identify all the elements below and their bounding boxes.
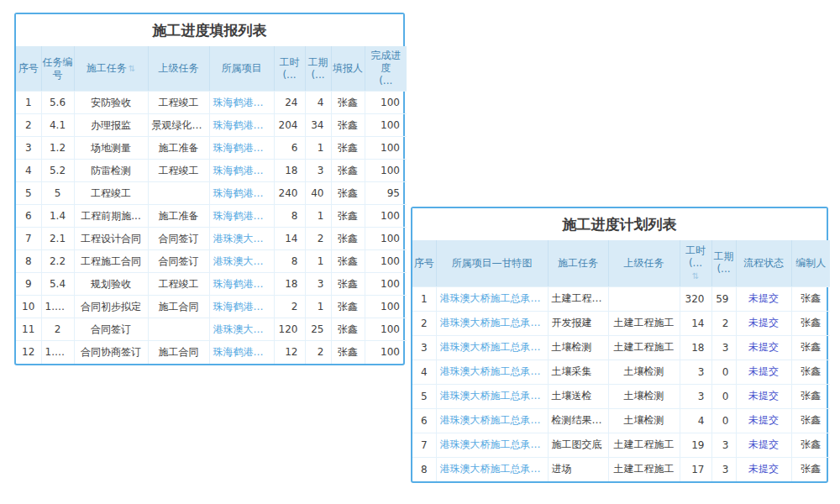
cell-index: 1 <box>16 92 41 114</box>
cell-project-link[interactable]: 港珠澳大桥施... <box>209 318 274 341</box>
cell-task: 进场 <box>548 457 608 481</box>
col-header-parent-task: 上级任务 <box>608 240 680 286</box>
cell-task: 合同初步拟定 <box>74 296 148 318</box>
cell-progress: 100 <box>365 296 407 318</box>
cell-parent-task <box>148 182 209 205</box>
cell-task: 土建工程施工 <box>548 286 608 311</box>
cell-flow-status[interactable]: 未提交 <box>736 286 791 311</box>
cell-author: 张鑫 <box>791 360 830 384</box>
cell-task-no: 2.1 <box>41 228 74 250</box>
cell-duration: 0 <box>711 408 736 433</box>
col-label: 序号 <box>18 62 39 74</box>
cell-project-link[interactable]: 港珠澳大桥施工总承包项目 <box>436 311 548 335</box>
col-header-author: 编制人 <box>791 240 830 286</box>
cell-parent-task <box>148 318 209 341</box>
cell-index: 3 <box>16 137 41 160</box>
cell-task: 土壤送检 <box>548 384 608 408</box>
cell-project-link[interactable]: 港珠澳大桥施工总承包项目 <box>436 457 548 481</box>
cell-flow-status[interactable]: 未提交 <box>736 457 791 481</box>
cell-parent-task: 合同签订 <box>148 228 209 250</box>
cell-project-link[interactable]: 港珠澳大桥施工总承包项目 <box>436 286 548 311</box>
col-label: 工期 <box>308 56 328 68</box>
cell-task-no: 5.4 <box>41 273 74 296</box>
cell-project-link[interactable]: 珠海鹤港口建设 <box>209 273 274 296</box>
cell-duration: 3 <box>711 335 736 360</box>
sort-icon[interactable]: ⇅ <box>129 64 135 73</box>
progress-plan-panel: 施工进度计划列表 序号 所属项目—甘特图 施工任务 上级任务 工时(...⇅ 工… <box>411 207 828 483</box>
table-row: 101.4....合同初步拟定施工合同珠海鹤港口建设21张鑫100 <box>16 296 407 318</box>
col-label-sub: (... <box>713 263 735 276</box>
cell-flow-status[interactable]: 未提交 <box>736 408 791 433</box>
cell-project-link[interactable]: 珠海鹤港口建设 <box>209 182 274 205</box>
table-row: 82.2工程施工合同合同签订港珠澳大桥施...81张鑫100 <box>16 250 407 273</box>
cell-hours: 6 <box>274 137 305 160</box>
cell-flow-status[interactable]: 未提交 <box>736 335 791 360</box>
cell-project-link[interactable]: 珠海鹤港口建设 <box>209 92 274 114</box>
cell-task: 土壤采集 <box>548 360 608 384</box>
cell-task: 防雷检测 <box>74 160 148 182</box>
cell-hours: 2 <box>274 296 305 318</box>
plan-table-head: 序号 所属项目—甘特图 施工任务 上级任务 工时(...⇅ 工期(... 流程状… <box>412 240 830 286</box>
cell-flow-status[interactable]: 未提交 <box>736 433 791 457</box>
col-label: 工时 <box>280 56 300 68</box>
cell-hours: 18 <box>274 160 305 182</box>
cell-project-link[interactable]: 珠海鹤港口建设 <box>209 160 274 182</box>
cell-duration: 1 <box>305 250 331 273</box>
table-row: 1港珠澳大桥施工总承包项目土建工程施工32059未提交张鑫 <box>412 286 830 311</box>
table-row: 31.2场地测量施工准备珠海鹤港口建设61张鑫100 <box>16 137 407 160</box>
col-label-sub: (... <box>681 257 711 270</box>
cell-task: 工程竣工 <box>74 182 148 205</box>
cell-project-link[interactable]: 珠海鹤港口建设 <box>209 205 274 228</box>
cell-parent-task: 工程竣工 <box>148 273 209 296</box>
col-header-hours[interactable]: 工时(...⇅ <box>680 240 711 286</box>
cell-flow-status[interactable]: 未提交 <box>736 311 791 335</box>
cell-project-link[interactable]: 港珠澳大桥施工总承包项目 <box>436 360 548 384</box>
cell-progress: 100 <box>365 341 407 364</box>
cell-duration: 1 <box>305 137 331 160</box>
col-label: 序号 <box>414 257 434 269</box>
cell-project-link[interactable]: 珠海鹤港口建设 <box>209 114 274 137</box>
cell-task: 工程施工合同 <box>74 250 148 273</box>
cell-project-link[interactable]: 港珠澳大桥施工总承包项目 <box>436 433 548 457</box>
cell-index: 2 <box>16 114 41 137</box>
progress-report-table: 序号 任务编号 施工任务⇅ 上级任务 所属项目 工时(... 工期(... 填报… <box>16 46 407 364</box>
cell-parent-task: 工程竣工 <box>148 92 209 114</box>
cell-task: 土壤检测 <box>548 335 608 360</box>
table-row: 45.2防雷检测工程竣工珠海鹤港口建设183张鑫100 <box>16 160 407 182</box>
col-label: 所属项目—甘特图 <box>452 257 533 269</box>
col-header-task-no: 任务编号 <box>41 46 74 92</box>
col-header-task[interactable]: 施工任务⇅ <box>74 46 148 92</box>
cell-project-link[interactable]: 港珠澳大桥施工总承包项目 <box>436 335 548 360</box>
cell-project-link[interactable]: 珠海鹤港口建设 <box>209 341 274 364</box>
cell-index: 10 <box>16 296 41 318</box>
cell-task: 安防验收 <box>74 92 148 114</box>
cell-project-link[interactable]: 港珠澳大桥施... <box>209 250 274 273</box>
cell-project-link[interactable]: 港珠澳大桥施... <box>209 228 274 250</box>
cell-flow-status[interactable]: 未提交 <box>736 360 791 384</box>
cell-index: 7 <box>16 228 41 250</box>
cell-hours: 3 <box>680 384 711 408</box>
cell-project-link[interactable]: 珠海鹤港口建设 <box>209 137 274 160</box>
cell-task-no: 2 <box>41 318 74 341</box>
col-header-index: 序号 <box>16 46 41 92</box>
cell-duration: 2 <box>305 228 331 250</box>
cell-task-no: 5.6 <box>41 92 74 114</box>
cell-task-no: 5.2 <box>41 160 74 182</box>
cell-author: 张鑫 <box>791 408 830 433</box>
cell-project-link[interactable]: 港珠澳大桥施工总承包项目 <box>436 408 548 433</box>
report-table-head: 序号 任务编号 施工任务⇅ 上级任务 所属项目 工时(... 工期(... 填报… <box>16 46 407 92</box>
col-label: 施工任务 <box>87 62 127 74</box>
table-row: 5港珠澳大桥施工总承包项目土壤送检土壤检测30未提交张鑫 <box>412 384 830 408</box>
cell-index: 2 <box>412 311 436 335</box>
sort-icon[interactable]: ⇅ <box>681 270 711 282</box>
cell-reporter: 张鑫 <box>331 296 365 318</box>
table-row: 15.6安防验收工程竣工珠海鹤港口建设244张鑫100 <box>16 92 407 114</box>
cell-flow-status[interactable]: 未提交 <box>736 384 791 408</box>
cell-reporter: 张鑫 <box>331 273 365 296</box>
cell-project-link[interactable]: 港珠澳大桥施工总承包项目 <box>436 384 548 408</box>
col-header-progress: 完成进度(... <box>365 46 407 92</box>
col-label: 施工任务 <box>558 257 598 269</box>
cell-duration: 1 <box>305 205 331 228</box>
cell-task: 施工图交底 <box>548 433 608 457</box>
cell-project-link[interactable]: 珠海鹤港口建设 <box>209 296 274 318</box>
